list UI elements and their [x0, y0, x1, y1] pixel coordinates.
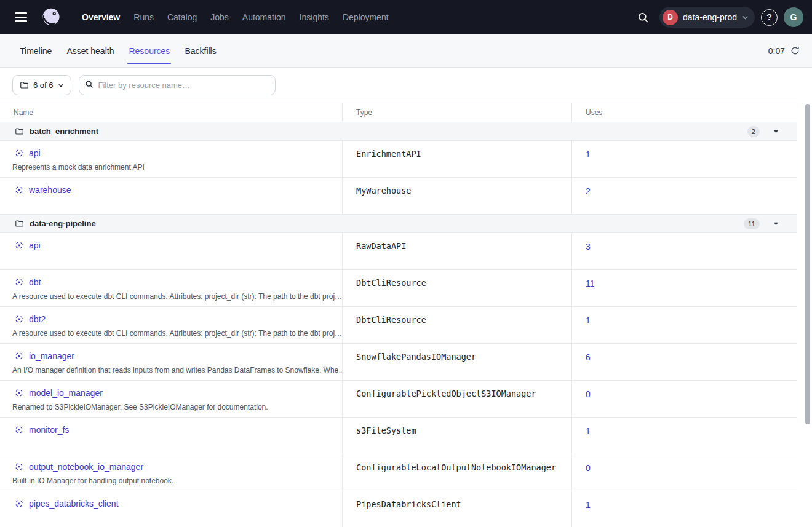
name-cell: warehouse — [0, 178, 343, 214]
resource-search-input[interactable] — [79, 75, 276, 95]
tab-asset-health[interactable]: Asset health — [59, 34, 121, 67]
resource-row-batch-enrichment-warehouse: warehouseMyWarehouse2 — [0, 178, 797, 215]
resource-name-link[interactable]: warehouse — [29, 185, 71, 195]
resource-type: ConfigurablePickledObjectS3IOManager — [343, 381, 572, 417]
workspace-switcher[interactable]: D data-eng-prod — [659, 7, 755, 28]
resource-name-link[interactable]: dbt — [29, 277, 41, 287]
resource-icon — [14, 314, 24, 324]
resource-icon — [14, 185, 24, 195]
top-nav: OverviewRunsCatalogJobsAutomationInsight… — [0, 0, 812, 34]
resource-icon — [14, 462, 24, 472]
refresh-icon[interactable] — [790, 46, 800, 55]
resource-name-link[interactable]: api — [29, 148, 41, 158]
search-icon — [85, 80, 94, 91]
resource-description: Built-in IO Manager for handling output … — [12, 477, 332, 485]
nav-item-catalog[interactable]: Catalog — [161, 7, 204, 27]
workspace-badge: D — [663, 10, 678, 25]
resource-name-link[interactable]: model_io_manager — [29, 388, 103, 398]
chevron-down-icon — [742, 14, 749, 21]
group-name: batch_enrichment — [30, 127, 98, 136]
nav-item-runs[interactable]: Runs — [127, 7, 161, 27]
uses-cell: 1 — [572, 141, 797, 177]
tab-list: TimelineAsset healthResourcesBackfills — [12, 34, 224, 67]
resource-name-link[interactable]: api — [29, 240, 41, 250]
column-header-uses: Uses — [572, 103, 797, 122]
resource-description: Renamed to S3PickleIOManager. See S3Pick… — [12, 403, 332, 411]
resource-name-link[interactable]: monitor_fs — [29, 425, 69, 435]
group-count-badge: 11 — [744, 218, 760, 229]
uses-count-link[interactable]: 1 — [586, 500, 591, 510]
nav-item-insights[interactable]: Insights — [293, 7, 336, 27]
resource-type: s3FileSystem — [343, 418, 572, 454]
uses-count-link[interactable]: 6 — [586, 352, 591, 362]
filter-bar: 6 of 6 — [0, 68, 812, 103]
resource-icon — [14, 425, 24, 435]
name-cell: apiRepresents a mock data enrichment API — [0, 141, 343, 177]
resource-type: ConfigurableLocalOutputNotebookIOManager — [343, 454, 572, 491]
nav-item-overview[interactable]: Overview — [75, 7, 127, 27]
resource-row-data-eng-pipeline-pipes-databricks-client: pipes_databricks_clientPipesDatabricksCl… — [0, 491, 797, 527]
resource-type: MyWarehouse — [343, 178, 572, 214]
uses-count-link[interactable]: 1 — [586, 149, 591, 159]
uses-count-link[interactable]: 3 — [586, 242, 591, 252]
resource-description: An I/O manager definition that reads inp… — [12, 366, 332, 374]
uses-count-link[interactable]: 0 — [586, 463, 591, 473]
resource-row-data-eng-pipeline-output-notebook-io-manager: output_notebook_io_managerBuilt-in IO Ma… — [0, 454, 797, 491]
uses-cell: 1 — [572, 307, 797, 343]
resource-description: A resource used to execute dbt CLI comma… — [12, 292, 332, 301]
nav-item-automation[interactable]: Automation — [236, 7, 293, 27]
uses-cell: 1 — [572, 491, 797, 527]
resource-icon — [14, 148, 24, 158]
tab-timeline[interactable]: Timeline — [12, 34, 59, 67]
resource-type: PipesDatabricksClient — [343, 491, 572, 527]
tab-backfills[interactable]: Backfills — [177, 34, 223, 67]
nav-item-jobs[interactable]: Jobs — [204, 7, 236, 27]
name-cell: output_notebook_io_managerBuilt-in IO Ma… — [0, 454, 343, 491]
collapse-caret-icon[interactable] — [773, 221, 779, 226]
resource-name-link[interactable]: io_manager — [29, 351, 74, 361]
resource-icon — [14, 277, 24, 287]
resource-type: DbtCliResource — [343, 270, 572, 306]
resource-row-data-eng-pipeline-model-io-manager: model_io_managerRenamed to S3PickleIOMan… — [0, 381, 797, 418]
uses-cell: 1 — [572, 418, 797, 454]
uses-count-link[interactable]: 1 — [586, 426, 591, 436]
resource-name-link[interactable]: pipes_databricks_client — [29, 499, 119, 509]
uses-cell: 3 — [572, 233, 797, 269]
name-cell: api — [0, 233, 343, 269]
uses-count-link[interactable]: 0 — [586, 389, 591, 399]
nav-item-deployment[interactable]: Deployment — [336, 7, 396, 27]
group-count-badge: 2 — [747, 126, 760, 137]
resource-icon — [14, 388, 24, 398]
group-row-batch-enrichment[interactable]: batch_enrichment2 — [0, 122, 797, 141]
help-icon[interactable]: ? — [761, 9, 778, 26]
uses-cell: 6 — [572, 344, 797, 380]
user-avatar[interactable]: G — [784, 7, 803, 27]
scrollbar-thumb[interactable] — [805, 104, 810, 424]
collapse-caret-icon[interactable] — [773, 129, 779, 134]
search-icon[interactable] — [632, 7, 653, 28]
uses-count-link[interactable]: 1 — [586, 315, 591, 325]
vertical-scrollbar[interactable] — [805, 104, 811, 527]
name-cell: dbt2A resource used to execute dbt CLI c… — [0, 307, 343, 343]
resource-name-link[interactable]: dbt2 — [29, 314, 46, 324]
group-row-data-eng-pipeline[interactable]: data-eng-pipeline11 — [0, 215, 797, 233]
resource-row-data-eng-pipeline-monitor-fs: monitor_fss3FileSystem1 — [0, 418, 797, 454]
folder-icon — [15, 219, 24, 228]
dagster-logo[interactable] — [39, 6, 63, 29]
workspace-name: data-eng-prod — [683, 12, 737, 22]
uses-cell: 0 — [572, 454, 797, 491]
primary-nav: OverviewRunsCatalogJobsAutomationInsight… — [75, 7, 396, 27]
tab-resources[interactable]: Resources — [121, 34, 177, 67]
scope-filter-button[interactable]: 6 of 6 — [12, 75, 71, 95]
resource-name-link[interactable]: output_notebook_io_manager — [29, 462, 143, 472]
hamburger-menu-icon[interactable] — [9, 5, 33, 30]
resource-icon — [14, 240, 24, 250]
scope-filter-label: 6 of 6 — [33, 81, 54, 90]
group-name: data-eng-pipeline — [30, 219, 96, 228]
tab-bar: TimelineAsset healthResourcesBackfills 0… — [0, 34, 812, 68]
uses-count-link[interactable]: 2 — [586, 186, 591, 196]
resource-type: RawDataAPI — [343, 233, 572, 269]
resource-type: EnrichmentAPI — [343, 141, 572, 177]
uses-count-link[interactable]: 11 — [586, 279, 595, 288]
resource-type: SnowflakePandasIOManager — [343, 344, 572, 380]
